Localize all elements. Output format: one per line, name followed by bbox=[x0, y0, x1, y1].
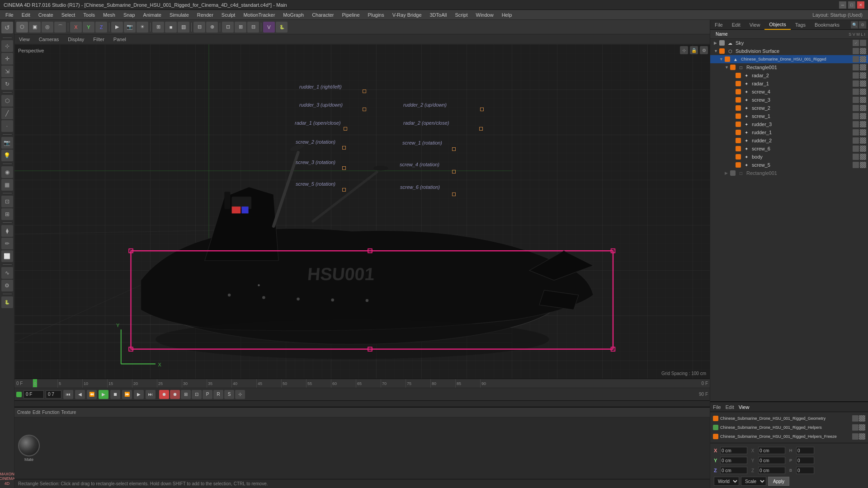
python-tool[interactable]: 🐍 bbox=[1, 296, 13, 308]
z2-input[interactable] bbox=[758, 467, 785, 474]
menu-file[interactable]: File bbox=[2, 11, 17, 19]
prev-key-btn[interactable]: ⏪ bbox=[87, 390, 97, 399]
y2-input[interactable] bbox=[758, 457, 785, 464]
sky-vis-icon[interactable]: ✓ bbox=[853, 40, 859, 46]
mat-edit-tab[interactable]: Edit bbox=[726, 404, 734, 410]
rig-handle-radar1[interactable] bbox=[344, 127, 347, 131]
menu-animate[interactable]: Animate bbox=[140, 11, 165, 19]
edge-tool[interactable]: ╱ bbox=[1, 108, 13, 119]
vp-y-btn[interactable]: Y bbox=[83, 22, 94, 33]
rig-handle-screw4[interactable] bbox=[452, 170, 456, 174]
ruler-65[interactable]: 65 bbox=[356, 379, 381, 388]
p-input[interactable] bbox=[796, 457, 814, 464]
auto-key-btn[interactable]: ⏺ bbox=[170, 390, 180, 399]
record-btn[interactable]: ⏺ bbox=[159, 390, 169, 399]
menu-3dtoall[interactable]: 3DToAll bbox=[426, 11, 451, 19]
right-tab-view[interactable]: View bbox=[745, 20, 765, 29]
next-frame-btn[interactable]: ▶ bbox=[134, 390, 144, 399]
select-tool[interactable]: ⊹ bbox=[1, 40, 13, 52]
menu-plugins[interactable]: Plugins bbox=[364, 11, 388, 19]
camera-tool[interactable]: 📷 bbox=[1, 137, 13, 149]
right-tab-tags[interactable]: Tags bbox=[791, 20, 810, 29]
ruler-90[interactable]: 90 bbox=[480, 379, 505, 388]
close-button[interactable]: ✕ bbox=[857, 1, 864, 9]
light-tool[interactable]: 💡 bbox=[1, 150, 13, 161]
scene-obj-1[interactable]: Chinese_Submarine_Drone_HSU_001_Rigged_G… bbox=[712, 414, 866, 423]
obj-rudder3[interactable]: ✦ rudder_3 bbox=[710, 120, 868, 128]
rig-handle-screw6[interactable] bbox=[452, 192, 456, 196]
vp-mode-btn[interactable]: ⬡ bbox=[16, 22, 28, 33]
maximize-button[interactable]: □ bbox=[848, 1, 855, 9]
sculpt-tool[interactable]: ⧫ bbox=[1, 225, 13, 237]
mat-edit-btn[interactable]: Edit bbox=[33, 410, 40, 415]
ruler-60[interactable]: 60 bbox=[331, 379, 356, 388]
menu-motiontracker[interactable]: MotionTracker bbox=[240, 11, 278, 19]
spline-tool[interactable]: ∿ bbox=[1, 267, 13, 279]
ruler-45[interactable]: 45 bbox=[256, 379, 281, 388]
r2-checker[interactable] bbox=[860, 72, 866, 79]
rig-handle-screw5[interactable] bbox=[342, 188, 346, 192]
obj-screw2[interactable]: ✦ screw_2 bbox=[710, 104, 868, 112]
key-scale-btn[interactable]: S bbox=[224, 390, 234, 399]
paint-tool[interactable]: ✏ bbox=[1, 238, 13, 249]
mat-view-tab[interactable]: View bbox=[739, 404, 750, 410]
obj-screw3[interactable]: ✦ screw_3 bbox=[710, 96, 868, 104]
menu-create[interactable]: Create bbox=[35, 11, 57, 19]
ruler-25[interactable]: 25 bbox=[157, 379, 182, 388]
ruler-50[interactable]: 50 bbox=[281, 379, 306, 388]
key-sel-btn[interactable]: ⊡ bbox=[192, 390, 202, 399]
obj-rudder1[interactable]: ✦ rudder_1 bbox=[710, 128, 868, 136]
fps-input[interactable] bbox=[46, 390, 61, 399]
undo-tool[interactable]: ↺ bbox=[1, 22, 13, 33]
ruler-55[interactable]: 55 bbox=[306, 379, 331, 388]
vp-circle-btn[interactable]: ◎ bbox=[42, 22, 53, 33]
eraser-tool[interactable]: ⬜ bbox=[1, 250, 13, 262]
sub-expand[interactable]: ▼ bbox=[719, 57, 725, 61]
scale-tool[interactable]: ⇲ bbox=[1, 66, 13, 77]
sub-vis-1[interactable] bbox=[853, 56, 859, 62]
subdiv-vis-1[interactable] bbox=[853, 48, 859, 54]
obj-body[interactable]: ✦ body bbox=[710, 153, 868, 161]
vp-vray-btn[interactable]: V bbox=[263, 22, 275, 33]
ruler-80[interactable]: 80 bbox=[430, 379, 455, 388]
ruler-5[interactable]: 5 bbox=[57, 379, 82, 388]
vp-wire-btn[interactable]: ⊞ bbox=[152, 22, 164, 33]
h-input[interactable] bbox=[796, 447, 814, 454]
scale-select[interactable]: Scale bbox=[741, 477, 766, 486]
menu-mograph[interactable]: MoGraph bbox=[279, 11, 307, 19]
obj-screw4[interactable]: ✦ screw_4 bbox=[710, 88, 868, 96]
r1-v1[interactable] bbox=[853, 80, 859, 87]
apply-button[interactable]: Apply bbox=[768, 477, 789, 486]
rig-handle-rudder1[interactable] bbox=[363, 89, 366, 93]
ruler-0[interactable]: 0 bbox=[33, 379, 57, 388]
view-tab[interactable]: View bbox=[16, 36, 33, 43]
ruler-30[interactable]: 30 bbox=[182, 379, 207, 388]
frame-input[interactable] bbox=[24, 390, 44, 399]
cameras-tab[interactable]: Cameras bbox=[36, 36, 62, 43]
menu-edit[interactable]: Edit bbox=[18, 11, 34, 19]
ruler-70[interactable]: 70 bbox=[381, 379, 406, 388]
rig-handle-screw3[interactable] bbox=[342, 166, 346, 170]
sky-checker[interactable] bbox=[860, 40, 866, 46]
ruler-40[interactable]: 40 bbox=[231, 379, 256, 388]
point-tool[interactable]: · bbox=[1, 120, 13, 132]
obj-rectangle001-2[interactable]: ▶ □ Rectangle001 bbox=[710, 169, 868, 177]
ruler-85[interactable]: 85 bbox=[455, 379, 480, 388]
next-key-btn[interactable]: ⏩ bbox=[122, 390, 132, 399]
workplane-tool[interactable]: ⊞ bbox=[1, 208, 13, 220]
menu-simulate[interactable]: Simulate bbox=[166, 11, 193, 19]
vp-snap3-btn[interactable]: ⊟ bbox=[247, 22, 259, 33]
obj-screw5[interactable]: ✦ screw_5 bbox=[710, 161, 868, 169]
viewport-3d[interactable]: HSU001 bbox=[14, 44, 710, 379]
menu-script[interactable]: Script bbox=[451, 11, 471, 19]
texture-tool[interactable]: ▦ bbox=[1, 179, 13, 191]
menu-sculpt[interactable]: Sculpt bbox=[218, 11, 239, 19]
vp-lasso-btn[interactable]: ⌒ bbox=[54, 22, 66, 33]
vp-snap2-btn[interactable]: ⊞ bbox=[235, 22, 246, 33]
snap-tool[interactable]: ⊡ bbox=[1, 196, 13, 207]
key-pos-btn[interactable]: P bbox=[203, 390, 212, 399]
vp-light-btn[interactable]: ☀ bbox=[137, 22, 148, 33]
sub-checker[interactable] bbox=[860, 56, 866, 62]
x2-input[interactable] bbox=[758, 447, 785, 454]
mat-file-tab[interactable]: File bbox=[713, 404, 721, 410]
